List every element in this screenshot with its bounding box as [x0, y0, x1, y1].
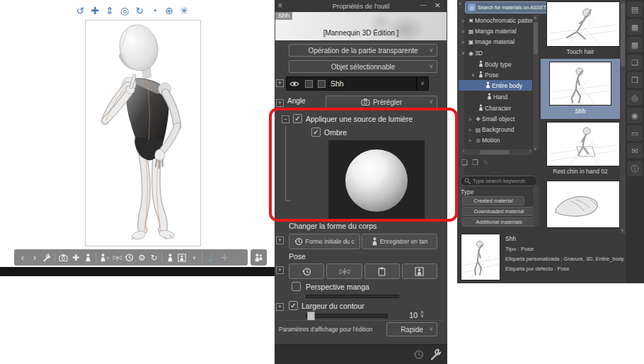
object-list-row[interactable]: Shh ∨	[286, 76, 429, 91]
filter-downloaded-material[interactable]: Downloaded material	[462, 207, 536, 216]
filter-created-material[interactable]: Created material	[462, 196, 524, 205]
filter-scrollbar[interactable]	[533, 186, 539, 225]
tree-item-character[interactable]: Character	[461, 103, 532, 113]
material-manga-icon[interactable]: ❐	[627, 72, 643, 88]
spinner-down-icon[interactable]: ∨	[420, 314, 424, 317]
camera-pan-icon[interactable]: ✚	[90, 4, 100, 17]
expand-icon[interactable]: >	[468, 138, 474, 143]
duplicate-folder-icon[interactable]: ❐	[472, 159, 478, 166]
scroll-up-icon[interactable]: ∧	[459, 1, 461, 6]
undo-icon[interactable]: ‹	[18, 252, 27, 263]
expand-body-shape-button[interactable]: +	[276, 237, 284, 244]
tree-item-image-material[interactable]: > ▣ Image material	[461, 37, 532, 47]
tree-item-motion[interactable]: > ⊙ Motion	[461, 135, 532, 145]
move-model-icon[interactable]: ✚	[71, 252, 80, 263]
expand-layer-row-button[interactable]: +	[276, 79, 284, 87]
reset-pose-icon[interactable]	[125, 252, 134, 263]
flip-pose-button[interactable]: ▷|◁	[326, 263, 362, 279]
mannequin-3d-figure[interactable]	[86, 21, 199, 244]
tree-vertical-scrollbar[interactable]: ∧ ∨	[533, 15, 539, 151]
scroll-up-icon[interactable]: ∧	[534, 15, 536, 20]
tree-item-hand[interactable]: Hand	[461, 92, 532, 102]
object-dropdown-icon[interactable]: ∨	[416, 77, 428, 90]
object-checkbox-1[interactable]	[305, 80, 313, 88]
physics-move-icon[interactable]: ✛	[220, 252, 229, 263]
expand-icon[interactable]: >	[468, 127, 474, 132]
object-rotate-y-icon[interactable]: ↻	[134, 4, 144, 17]
item-bank-icon[interactable]: ✉	[627, 143, 643, 159]
display-settings-dropdown[interactable]: Rapide ∨	[386, 322, 437, 336]
reset-rotation-icon[interactable]: ↻	[149, 252, 158, 263]
launcher-dropdown-icon[interactable]: ∨	[190, 252, 198, 263]
tree-item-3d[interactable]: ∨ ◉ 3D	[461, 48, 532, 58]
add-figure-icon[interactable]: ∨	[100, 252, 109, 263]
color-wheel-palette-icon[interactable]: ▤	[627, 1, 643, 17]
initial-shape-button[interactable]: Forme initiale du c	[289, 234, 360, 249]
filter-additional-materials[interactable]: Additional materials	[462, 217, 536, 227]
scroll-down-icon[interactable]: ∨	[534, 146, 536, 151]
thumbnail-scrollbar[interactable]: ∨	[620, 0, 626, 234]
collapse-icon[interactable]: ∨	[461, 50, 467, 56]
pose-settings-icon[interactable]: ⚙	[137, 252, 146, 263]
collapse-icon[interactable]: ∨	[471, 72, 477, 78]
redo-icon[interactable]: ›	[30, 252, 39, 263]
perspective-slider[interactable]	[306, 295, 399, 298]
tree-item-entire-body[interactable]: Entire body	[459, 80, 532, 91]
material-3d-icon[interactable]: ◎	[627, 90, 643, 106]
material-color-pattern-icon[interactable]: ❏	[627, 55, 643, 70]
reset-pose-button[interactable]	[289, 263, 324, 279]
expand-icon[interactable]: >	[461, 40, 467, 45]
thumbnail-touch-hair[interactable]	[546, 1, 620, 47]
thumbnail-shh-selected[interactable]: Shh	[541, 59, 620, 119]
camera-dolly-icon[interactable]: ⇕	[105, 4, 115, 17]
close-icon[interactable]: ✕	[435, 1, 440, 9]
keyword-search-field[interactable]: Type search keywords	[460, 176, 538, 186]
object-move-icon[interactable]: ◎	[120, 4, 130, 17]
wrench-icon[interactable]	[430, 348, 442, 360]
material-search-icon[interactable]: ◉	[627, 108, 643, 123]
transparent-part-dropdown[interactable]: Opération de la partie transparente ∨	[289, 44, 437, 57]
tree-item-manga-material[interactable]: > ▦ Manga material	[461, 26, 532, 36]
camera-angle-icon[interactable]	[59, 252, 68, 263]
expand-angle-button[interactable]: +	[276, 99, 284, 107]
contour-checkbox[interactable]: ✓	[289, 301, 298, 310]
scroll-right-icon[interactable]: ›	[529, 148, 531, 153]
minimize-icon[interactable]: ―	[420, 1, 427, 8]
tree-item-small-object[interactable]: > ❖ Small object	[461, 114, 532, 124]
information-icon[interactable]: ⓘ	[627, 161, 643, 176]
thumbnail-hand[interactable]	[546, 181, 620, 228]
contour-spinner[interactable]: ∧ ∨	[420, 310, 424, 317]
scroll-left-icon[interactable]: ‹	[463, 148, 464, 153]
paste-pose-button[interactable]	[364, 263, 400, 279]
people-settings-button[interactable]	[251, 249, 267, 266]
model-stand-icon[interactable]	[84, 252, 92, 263]
color-set-palette-icon[interactable]: ▦	[627, 19, 643, 35]
pose-box-icon[interactable]	[178, 252, 186, 263]
tree-item-background[interactable]: > ▤ Background	[461, 125, 532, 135]
camera-rotate-icon[interactable]: ↺	[75, 4, 85, 17]
object-checkbox-2[interactable]	[318, 80, 326, 88]
flip-pose-icon[interactable]: ▷|◁	[113, 252, 121, 263]
tree-horizontal-scrollbar[interactable]: ‹ ›	[461, 149, 532, 155]
scrollbar-thumb[interactable]	[534, 22, 538, 55]
expand-icon[interactable]: >	[461, 18, 467, 23]
tree-item-monochromatic[interactable]: > ✖ Monochromatic patter	[461, 16, 532, 25]
contour-slider[interactable]	[306, 314, 388, 318]
scrollbar-thumb[interactable]	[621, 3, 625, 67]
tree-item-pose[interactable]: ∨ Pose	[461, 70, 532, 80]
tree-item-body-type[interactable]: Body type	[461, 59, 532, 69]
contour-value[interactable]: 10	[403, 311, 418, 319]
angle-preset-dropdown[interactable]: Prérégler ∨	[326, 96, 437, 108]
new-folder-icon[interactable]: ❏	[461, 159, 468, 166]
expand-icon[interactable]: >	[468, 117, 474, 122]
register-body-button[interactable]: Enregistrer en tan	[362, 234, 437, 249]
wrench-icon[interactable]	[42, 252, 51, 263]
expand-icon[interactable]: >	[461, 29, 467, 34]
expand-contour-button[interactable]: +	[276, 303, 284, 311]
edit-icon[interactable]: ✎	[483, 159, 488, 166]
pose-library-button[interactable]	[402, 263, 437, 279]
ground-anchor-icon[interactable]: ⚓	[206, 252, 217, 263]
register-figure-icon[interactable]	[166, 252, 174, 263]
visibility-eye-icon[interactable]	[289, 81, 299, 87]
object-rotate-x-icon[interactable]: ◔	[149, 4, 159, 17]
